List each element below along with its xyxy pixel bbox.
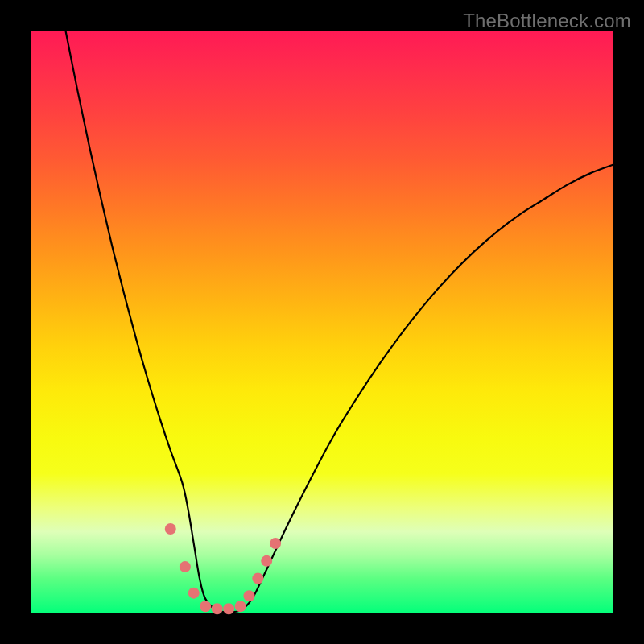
data-marker	[188, 588, 200, 599]
data-marker	[261, 555, 272, 567]
bottleneck-curve	[65, 31, 613, 612]
data-marker	[235, 601, 246, 612]
data-marker	[180, 561, 191, 572]
chart-frame: TheBottleneck.com	[0, 0, 644, 644]
data-marker	[165, 523, 176, 535]
data-marker	[212, 603, 223, 614]
data-marker	[200, 601, 211, 612]
data-marker	[244, 590, 255, 601]
data-marker	[252, 573, 263, 584]
chart-svg	[31, 31, 613, 613]
bottleneck-markers	[165, 523, 281, 614]
watermark-text: TheBottleneck.com	[463, 10, 631, 32]
data-marker	[270, 538, 281, 549]
data-marker	[223, 603, 234, 614]
